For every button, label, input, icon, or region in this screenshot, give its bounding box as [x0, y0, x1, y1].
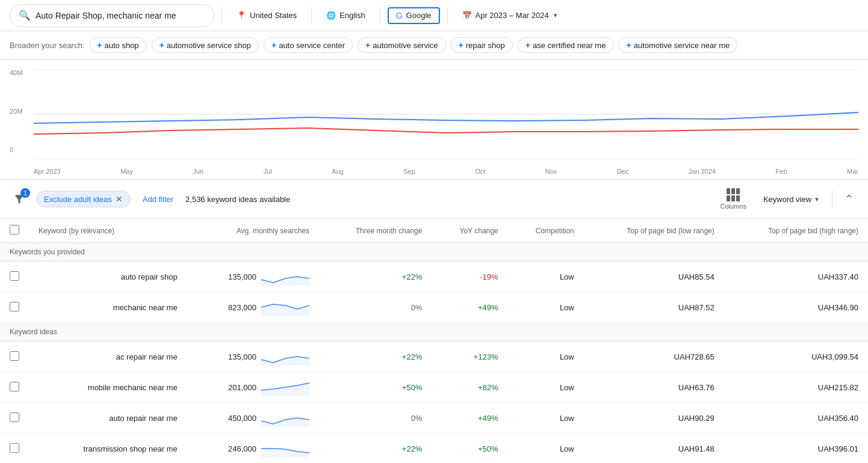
search-query: Auto Repair Shop, mechanic near me: [36, 11, 176, 20]
date-range-label: Apr 2023 – Mar 2024: [476, 11, 549, 20]
date-range-button[interactable]: 📅 Apr 2023 – Mar 2024 ▼: [455, 7, 566, 23]
avg-searches-cell: 450,000: [187, 403, 319, 434]
three-month-cell: 0%: [319, 292, 432, 323]
plus-icon: +: [365, 40, 370, 50]
columns-button[interactable]: Columns: [715, 186, 751, 212]
broaden-chip-automotive-service[interactable]: + automotive service: [358, 37, 446, 53]
broaden-chip-auto-service-center[interactable]: + auto service center: [264, 37, 353, 53]
keyword-cell: transmission shop near me: [29, 434, 187, 464]
bid-low-cell: UAH63.76: [584, 372, 724, 403]
yoy-value: +123%: [474, 352, 498, 361]
platform-button[interactable]: G Google: [388, 7, 440, 24]
location-label: United States: [250, 11, 297, 20]
row-checkbox[interactable]: [10, 271, 19, 281]
keyword-text: auto repair shop: [121, 272, 178, 281]
bid-low-cell: UAH85.54: [584, 262, 724, 292]
th-yoy[interactable]: YoY change: [432, 219, 507, 243]
bid-low-cell: UAH91.48: [584, 434, 724, 464]
avg-searches-cell: 246,000: [187, 434, 319, 464]
table-row: ac repair near me 135,000 +22% +123% Low…: [0, 342, 868, 372]
bid-high-value: UAH396.01: [818, 444, 858, 453]
row-checkbox[interactable]: [10, 382, 19, 391]
competition-cell: Low: [508, 434, 584, 464]
yoy-cell: +49%: [432, 292, 507, 323]
row-checkbox-cell: [0, 342, 29, 372]
exclude-adult-chip[interactable]: Exclude adult ideas ✕: [36, 191, 131, 207]
x-label-may: May: [120, 168, 133, 175]
avg-searches-cell: 201,000: [187, 372, 319, 403]
plus-icon: +: [271, 40, 276, 50]
competition-cell: Low: [508, 262, 584, 292]
broaden-chip-ase[interactable]: + ase certified near me: [518, 37, 614, 53]
x-label-dec: Dec: [617, 168, 629, 175]
broaden-label: Broaden your search:: [10, 41, 84, 50]
chart-area: 40M 20M 0 Apr 2023 May Jun Jul Aug Sep O…: [0, 60, 868, 180]
keyword-cell: mobile mechanic near me: [29, 372, 187, 403]
broaden-chip-repair-shop[interactable]: + repair shop: [451, 37, 513, 53]
keyword-view-button[interactable]: Keyword view ▼: [758, 191, 825, 207]
filter-bar: 1 Exclude adult ideas ✕ Add filter 2,536…: [0, 180, 868, 219]
yoy-cell: -19%: [432, 262, 507, 292]
language-icon: 🌐: [326, 11, 336, 20]
broaden-chip-automotive-near-me[interactable]: + automotive service near me: [618, 37, 737, 53]
keyword-cell: mechanic near me: [29, 292, 187, 323]
language-button[interactable]: 🌐 English: [319, 7, 373, 23]
y-label-20m: 20M: [10, 108, 22, 115]
chart-svg: [34, 69, 858, 165]
competition-value: Low: [560, 303, 574, 312]
search-box[interactable]: 🔍 Auto Repair Shop, mechanic near me: [10, 4, 214, 27]
avg-searches-cell: 135,000: [187, 262, 319, 292]
x-label-mar: Mar: [847, 168, 858, 175]
competition-value: Low: [560, 352, 574, 361]
row-checkbox[interactable]: [10, 412, 19, 422]
avg-searches-value: 135,000: [228, 272, 256, 281]
location-button[interactable]: 📍 United States: [229, 7, 304, 23]
th-keyword[interactable]: Keyword (by relevance): [29, 219, 187, 243]
th-avg-searches[interactable]: Avg. monthly searches: [187, 219, 319, 243]
x-label-jan: Jan 2024: [689, 168, 716, 175]
keyword-text: ac repair near me: [116, 352, 178, 361]
chip-label-automotive-service: automotive service: [373, 41, 438, 50]
yoy-cell: +49%: [432, 403, 507, 434]
three-month-cell: 0%: [319, 403, 432, 434]
divider-1: [222, 7, 222, 24]
chip-label-autoshop: auto shop: [104, 41, 138, 50]
plus-icon: +: [626, 40, 631, 50]
divider-2: [311, 7, 312, 24]
svg-marker-8: [261, 449, 309, 458]
google-icon: G: [396, 11, 403, 20]
th-bid-high[interactable]: Top of page bid (high range): [724, 219, 868, 243]
section-provided: Keywords you provided: [0, 243, 868, 262]
x-label-sep: Sep: [403, 168, 415, 175]
th-bid-low[interactable]: Top of page bid (low range): [584, 219, 724, 243]
bid-high-cell: UAH3,099.54: [724, 342, 868, 372]
filter-bar-right: Columns Keyword view ▼ ⌃: [715, 186, 858, 212]
add-filter-button[interactable]: Add filter: [138, 192, 178, 207]
competition-value: Low: [560, 414, 574, 423]
select-all-checkbox[interactable]: [10, 225, 19, 235]
calendar-icon: 📅: [462, 11, 472, 20]
keywords-table: Keyword (by relevance) Avg. monthly sear…: [0, 219, 868, 463]
th-three-month[interactable]: Three month change: [319, 219, 432, 243]
bid-low-value: UAH85.54: [678, 272, 715, 281]
th-competition[interactable]: Competition: [508, 219, 584, 243]
yoy-value: +50%: [478, 444, 498, 453]
collapse-button[interactable]: ⌃: [840, 190, 858, 208]
mini-chart: [261, 298, 309, 316]
row-checkbox-cell: [0, 262, 29, 292]
close-icon[interactable]: ✕: [116, 194, 123, 204]
bid-high-value: UAH356.40: [818, 414, 858, 423]
divider-4: [447, 7, 448, 24]
chip-label-auto-service-center: auto service center: [279, 41, 345, 50]
competition-value: Low: [560, 444, 574, 453]
row-checkbox[interactable]: [10, 351, 19, 361]
filter-icon-wrapper: 1: [10, 189, 29, 209]
competition-value: Low: [560, 383, 574, 392]
broaden-chip-automotive-service-shop[interactable]: + automotive service shop: [152, 37, 259, 53]
broaden-chip-autoshop[interactable]: + auto shop: [89, 37, 146, 53]
row-checkbox[interactable]: [10, 443, 19, 453]
row-checkbox[interactable]: [10, 302, 19, 311]
yoy-cell: +50%: [432, 434, 507, 464]
keyword-text: transmission shop near me: [84, 444, 178, 453]
three-month-cell: +50%: [319, 372, 432, 403]
